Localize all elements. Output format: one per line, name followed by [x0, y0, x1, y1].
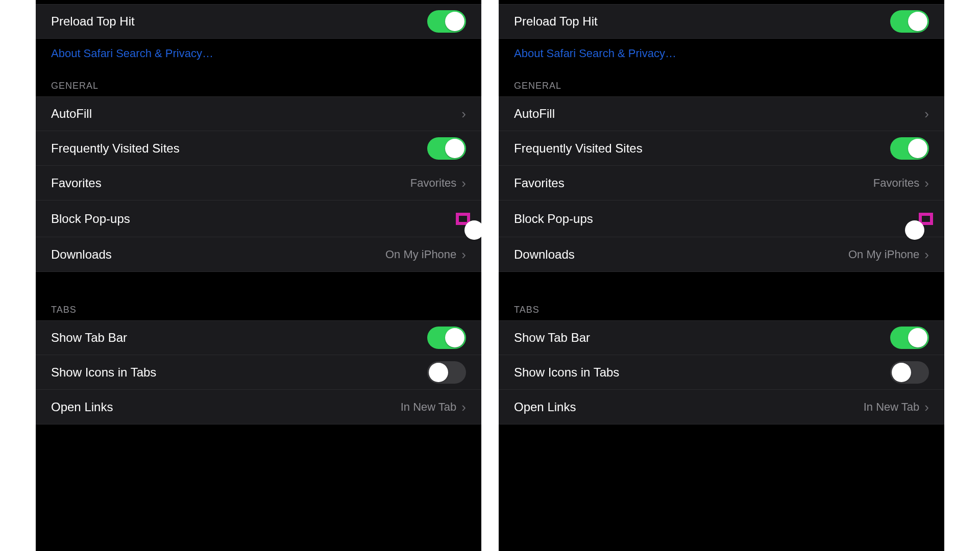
show-tab-bar-toggle[interactable]: [890, 327, 929, 349]
open-links-label: Open Links: [514, 400, 576, 414]
downloads-row[interactable]: Downloads On My iPhone ›: [499, 237, 944, 272]
block-popups-label: Block Pop-ups: [514, 212, 593, 226]
show-icons-in-tabs-row[interactable]: Show Icons in Tabs: [36, 355, 481, 390]
open-links-value: In New Tab: [864, 400, 920, 414]
downloads-label: Downloads: [514, 247, 575, 262]
about-search-privacy-link[interactable]: About Safari Search & Privacy…: [51, 47, 213, 60]
chevron-right-icon: ›: [924, 400, 929, 414]
frequently-visited-toggle[interactable]: [427, 137, 466, 160]
chevron-right-icon: ›: [461, 400, 466, 414]
frequently-visited-toggle[interactable]: [890, 137, 929, 160]
favorites-value: Favorites: [410, 177, 456, 190]
chevron-right-icon: ›: [461, 177, 466, 190]
downloads-value: On My iPhone: [385, 248, 456, 261]
show-icons-in-tabs-label: Show Icons in Tabs: [514, 365, 619, 380]
preload-top-hit-toggle[interactable]: [890, 10, 929, 33]
highlight-box: [456, 213, 470, 225]
settings-panel-right: Preload Top Hit About Safari Search & Pr…: [499, 0, 944, 551]
favorites-label: Favorites: [51, 176, 102, 190]
frequently-visited-label: Frequently Visited Sites: [514, 141, 643, 156]
autofill-label: AutoFill: [51, 107, 92, 121]
autofill-label: AutoFill: [514, 107, 555, 121]
favorites-row[interactable]: Favorites Favorites ›: [36, 166, 481, 201]
show-tab-bar-row[interactable]: Show Tab Bar: [36, 320, 481, 355]
block-popups-row[interactable]: Block Pop-ups: [36, 201, 481, 237]
preload-top-hit-label: Preload Top Hit: [51, 14, 135, 29]
comparison-stage: Preload Top Hit About Safari Search & Pr…: [0, 0, 980, 551]
about-search-privacy-link[interactable]: About Safari Search & Privacy…: [514, 47, 676, 60]
show-tab-bar-label: Show Tab Bar: [51, 331, 127, 345]
show-tab-bar-toggle[interactable]: [427, 327, 466, 349]
highlight-box: [919, 213, 933, 225]
chevron-right-icon: ›: [924, 177, 929, 190]
about-search-privacy-row[interactable]: About Safari Search & Privacy…: [499, 39, 944, 65]
section-header-tabs: TABS: [499, 300, 944, 320]
about-search-privacy-row[interactable]: About Safari Search & Privacy…: [36, 39, 481, 65]
favorites-value: Favorites: [873, 177, 919, 190]
preload-top-hit-row[interactable]: Preload Top Hit: [36, 4, 481, 39]
open-links-row[interactable]: Open Links In New Tab ›: [36, 390, 481, 424]
block-popups-row[interactable]: Block Pop-ups: [499, 201, 944, 237]
section-header-general: GENERAL: [499, 65, 944, 96]
show-tab-bar-label: Show Tab Bar: [514, 331, 590, 345]
open-links-value: In New Tab: [401, 400, 457, 414]
favorites-row[interactable]: Favorites Favorites ›: [499, 166, 944, 201]
downloads-row[interactable]: Downloads On My iPhone ›: [36, 237, 481, 272]
preload-top-hit-label: Preload Top Hit: [514, 14, 598, 29]
chevron-right-icon: ›: [461, 107, 466, 120]
section-header-general: GENERAL: [36, 65, 481, 96]
show-icons-in-tabs-toggle[interactable]: [890, 361, 929, 384]
open-links-row[interactable]: Open Links In New Tab ›: [499, 390, 944, 424]
autofill-row[interactable]: AutoFill ›: [36, 96, 481, 131]
preload-top-hit-row[interactable]: Preload Top Hit: [499, 4, 944, 39]
block-popups-label: Block Pop-ups: [51, 212, 130, 226]
settings-panel-left: Preload Top Hit About Safari Search & Pr…: [36, 0, 481, 551]
chevron-right-icon: ›: [461, 248, 466, 261]
favorites-label: Favorites: [514, 176, 565, 190]
chevron-right-icon: ›: [924, 248, 929, 261]
frequently-visited-row[interactable]: Frequently Visited Sites: [36, 131, 481, 166]
open-links-label: Open Links: [51, 400, 113, 414]
show-icons-in-tabs-toggle[interactable]: [427, 361, 466, 384]
preload-top-hit-toggle[interactable]: [427, 10, 466, 33]
show-icons-in-tabs-label: Show Icons in Tabs: [51, 365, 156, 380]
show-icons-in-tabs-row[interactable]: Show Icons in Tabs: [499, 355, 944, 390]
downloads-label: Downloads: [51, 247, 112, 262]
section-header-tabs: TABS: [36, 300, 481, 320]
frequently-visited-label: Frequently Visited Sites: [51, 141, 180, 156]
autofill-row[interactable]: AutoFill ›: [499, 96, 944, 131]
frequently-visited-row[interactable]: Frequently Visited Sites: [499, 131, 944, 166]
show-tab-bar-row[interactable]: Show Tab Bar: [499, 320, 944, 355]
downloads-value: On My iPhone: [848, 248, 919, 261]
chevron-right-icon: ›: [924, 107, 929, 120]
